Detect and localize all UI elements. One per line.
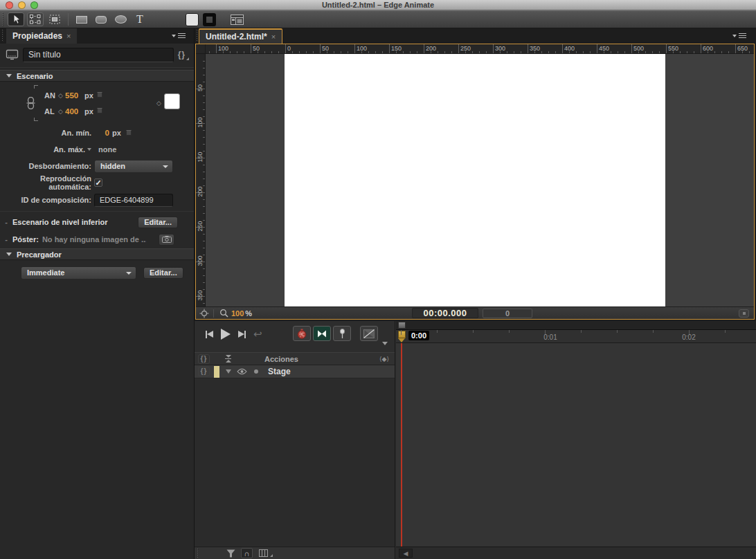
link-dimensions-toggle[interactable] — [26, 85, 40, 121]
height-percent-toggle[interactable] — [97, 108, 102, 113]
stage-height-value[interactable]: 400 — [65, 107, 78, 116]
timeline-layers-empty-area[interactable] — [195, 379, 395, 547]
layout-presets-button[interactable] — [228, 12, 245, 26]
timecode-display[interactable]: 00:00.000 — [412, 308, 478, 318]
ruler-tick — [203, 206, 205, 207]
collapse-all-icon[interactable] — [225, 355, 231, 363]
zoom-magnifier-icon[interactable] — [219, 309, 228, 318]
section-collapse-icon[interactable] — [6, 74, 12, 77]
tab-propiedades[interactable]: Propiedades × — [6, 28, 77, 44]
ruler-tick — [306, 51, 307, 53]
transform-icon — [30, 15, 41, 24]
selection-tool-button[interactable] — [8, 12, 24, 26]
panel-menu-button[interactable] — [732, 33, 746, 38]
auto-keyframe-button[interactable] — [293, 326, 311, 341]
poster-collapse-dash[interactable]: - — [3, 235, 10, 244]
ruler-tick — [354, 44, 355, 53]
stroke-color-swatch[interactable] — [203, 13, 216, 26]
ruler-tick — [258, 51, 258, 53]
insert-keyframe-icon[interactable]: ⟨◆⟩ — [379, 356, 389, 363]
panel-grip[interactable] — [1, 30, 6, 42]
pasteboard[interactable] — [206, 54, 754, 306]
pin-track[interactable] — [396, 321, 756, 330]
preloader-select[interactable]: Immediate — [21, 266, 136, 280]
max-width-dropdown-icon[interactable] — [87, 148, 91, 151]
transport-controls: ↩ — [206, 329, 262, 340]
min-width-percent-toggle[interactable] — [126, 130, 132, 136]
grid-size-button[interactable] — [259, 549, 273, 557]
section-header-escenario[interactable]: Escenario — [0, 70, 194, 82]
actions-braces-icon[interactable]: {} — [198, 354, 210, 364]
ruler-tick — [334, 51, 334, 53]
transform-tool-button[interactable] — [27, 12, 44, 26]
filter-funnel-icon[interactable] — [226, 549, 235, 558]
section-collapse-icon[interactable] — [6, 253, 12, 256]
layer-actions-braces-icon[interactable]: {} — [198, 367, 210, 376]
zoom-level-value[interactable]: 100 — [231, 309, 244, 318]
toggle-pin-button[interactable] — [333, 326, 351, 341]
overflow-select[interactable]: hidden — [94, 160, 173, 173]
timeline-options-chevron-icon[interactable] — [382, 342, 388, 345]
min-width-unit[interactable]: px — [112, 129, 121, 137]
section-header-precargador[interactable]: Precargador — [0, 248, 194, 260]
stage-size-block: AN ◇ 550 px AL ◇ 400 px ◇ — [0, 82, 194, 125]
composition-name-input[interactable]: Sin título — [23, 48, 174, 62]
eye-visibility-icon[interactable] — [237, 368, 247, 375]
height-unit[interactable]: px — [84, 107, 93, 116]
keyframe-diamond-icon[interactable]: ◇ — [58, 108, 63, 115]
composition-id-input[interactable]: EDGE-6404899 — [94, 194, 173, 207]
width-unit[interactable]: px — [84, 91, 93, 100]
keyframe-diamond-icon[interactable]: ◇ — [58, 92, 63, 99]
scrollbar-left-arrow[interactable]: ◀ — [399, 549, 413, 558]
timeline-ruler[interactable]: 0:00 0:010:02 — [396, 330, 756, 343]
pin-handle[interactable] — [398, 322, 406, 329]
playhead-marker[interactable] — [398, 331, 406, 338]
autoplay-checkbox[interactable]: ✓ — [94, 178, 102, 187]
close-icon[interactable]: × — [66, 32, 71, 40]
downlevel-collapse-dash[interactable]: - — [3, 218, 10, 226]
panel-grip[interactable] — [196, 549, 201, 558]
keyframe-diamond-icon[interactable]: ◇ — [156, 100, 161, 107]
play-button[interactable] — [221, 329, 231, 340]
ruler-tick — [645, 51, 646, 53]
ellipse-tool-button[interactable] — [112, 12, 129, 26]
auto-transition-button[interactable] — [313, 326, 331, 341]
stage-options-button[interactable] — [739, 309, 749, 318]
bar-icon — [244, 331, 246, 338]
toolbar-grip[interactable] — [1, 12, 6, 26]
max-width-value[interactable]: none — [98, 145, 116, 154]
text-tool-button[interactable]: T — [132, 12, 148, 26]
fill-color-swatch[interactable] — [186, 13, 199, 26]
open-actions-button[interactable]: {} — [178, 50, 188, 59]
frame-counter[interactable]: 0 — [483, 309, 532, 318]
rounded-rectangle-tool-button[interactable] — [93, 12, 109, 26]
poster-label: Póster: — [12, 235, 39, 244]
ruler-tick — [438, 51, 438, 53]
stage-background-color-swatch[interactable] — [164, 93, 180, 109]
timeline-tracks[interactable] — [396, 343, 756, 547]
go-to-start-button[interactable] — [206, 331, 213, 338]
stage-canvas[interactable] — [285, 54, 665, 306]
clip-tool-button[interactable] — [46, 12, 63, 26]
playhead-line[interactable] — [401, 343, 402, 547]
downlevel-edit-button[interactable]: Editar... — [138, 217, 178, 228]
crosshair-origin-icon[interactable] — [199, 309, 209, 318]
return-to-start-button[interactable]: ↩ — [253, 330, 262, 338]
timeline-layer-row-stage[interactable]: {} Stage — [195, 365, 395, 378]
tab-untitled-2-html[interactable]: Untitled-2.html* × — [199, 28, 282, 44]
go-to-end-button[interactable] — [238, 331, 246, 338]
capture-poster-button[interactable] — [159, 234, 174, 246]
timeline-horizontal-scrollbar[interactable]: ◀ — [396, 547, 756, 559]
width-percent-toggle[interactable] — [97, 92, 102, 98]
panel-menu-button[interactable] — [172, 33, 186, 38]
layer-lock-dot-icon[interactable] — [254, 369, 258, 374]
easing-button[interactable] — [360, 326, 378, 341]
layer-expand-triangle-icon[interactable] — [226, 369, 231, 374]
rectangle-tool-button[interactable] — [73, 12, 90, 26]
stage-width-value[interactable]: 550 — [65, 91, 78, 100]
toolbar-divider — [68, 13, 69, 26]
close-icon[interactable]: × — [271, 33, 276, 41]
snapping-toggle-button[interactable]: ∩ — [241, 548, 253, 558]
preloader-edit-button[interactable]: Editar... — [143, 267, 183, 279]
min-width-value[interactable]: 0 — [94, 129, 109, 137]
